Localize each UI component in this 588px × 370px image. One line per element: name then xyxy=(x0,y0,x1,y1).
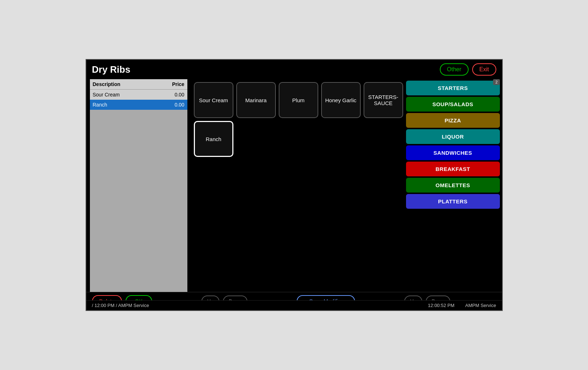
screen: Dry Ribs Other Exit Description Price So… xyxy=(86,59,503,311)
main-content: Description Price Sour Cream 0.00Ranch 0… xyxy=(86,79,502,292)
category-button-platters[interactable]: PLATTERS xyxy=(406,194,500,209)
modifier-area: Sour CreamMarinaraPlumHoney GarlicSTARTE… xyxy=(191,79,406,292)
order-panel: Description Price Sour Cream 0.00Ranch 0… xyxy=(90,79,187,292)
order-row[interactable]: Ranch 0.00 xyxy=(90,100,187,110)
category-button-omelettes[interactable]: OMELETTES xyxy=(406,178,500,193)
status-bar: / 12:00 PM / AMPM Service 12:00:52 PM AM… xyxy=(86,300,502,310)
category-button-starters[interactable]: STARTERS xyxy=(406,81,500,95)
category-button-pizza[interactable]: PIZZA xyxy=(406,113,500,128)
category-panel: 2 STARTERSSOUP/SALADSPIZZALIQUORSANDWICH… xyxy=(406,79,502,292)
category-button-sandwiches[interactable]: SANDWICHES xyxy=(406,145,500,160)
status-left: / 12:00 PM / AMPM Service xyxy=(92,303,149,308)
modifier-button[interactable]: Marinara xyxy=(236,82,276,118)
modifier-button[interactable]: STARTERS-SAUCE xyxy=(364,82,403,118)
category-button-breakfast[interactable]: BREAKFAST xyxy=(406,162,500,176)
page-title: Dry Ribs xyxy=(92,64,131,75)
modifier-button[interactable]: Ranch xyxy=(194,121,233,157)
status-right: 12:00:52 PM AMPM Service xyxy=(428,303,496,308)
col-description: Description xyxy=(90,79,153,90)
order-empty-area xyxy=(90,110,187,292)
modifier-button[interactable]: Sour Cream xyxy=(194,82,233,118)
order-description: Ranch xyxy=(90,100,153,110)
other-button[interactable]: Other xyxy=(440,63,469,76)
status-service: AMPM Service xyxy=(465,303,496,308)
modifier-button[interactable]: Plum xyxy=(279,82,318,118)
order-price: 0.00 xyxy=(153,90,187,100)
exit-button[interactable]: Exit xyxy=(472,63,496,76)
header: Dry Ribs Other Exit xyxy=(86,60,502,79)
order-row[interactable]: Sour Cream 0.00 xyxy=(90,90,187,100)
order-description: Sour Cream xyxy=(90,90,153,100)
order-price: 0.00 xyxy=(153,100,187,110)
category-button-liquor[interactable]: LIQUOR xyxy=(406,129,500,144)
order-table: Description Price Sour Cream 0.00Ranch 0… xyxy=(90,79,187,110)
col-price: Price xyxy=(153,79,187,90)
category-badge: 2 xyxy=(493,79,500,85)
status-time: 12:00:52 PM xyxy=(428,303,455,308)
category-list: STARTERSSOUP/SALADSPIZZALIQUORSANDWICHES… xyxy=(406,81,500,209)
modifier-button[interactable]: Honey Garlic xyxy=(321,82,361,118)
category-button-soup-salads[interactable]: SOUP/SALADS xyxy=(406,97,500,112)
header-buttons: Other Exit xyxy=(440,63,496,76)
modifier-grid: Sour CreamMarinaraPlumHoney GarlicSTARTE… xyxy=(194,82,403,157)
